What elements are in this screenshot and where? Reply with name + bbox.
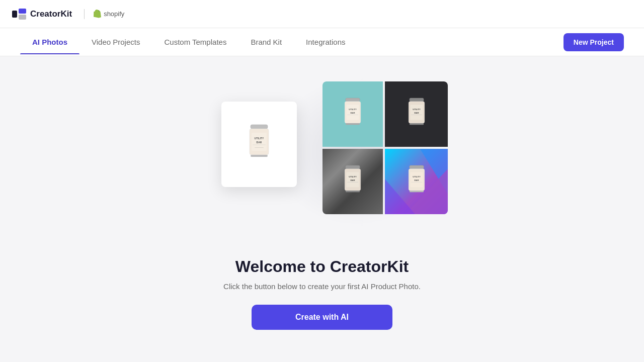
logo-divider	[84, 9, 85, 19]
logo-area: CreatorKit shopify	[12, 9, 124, 20]
svg-text:BAR: BAR	[257, 141, 262, 144]
svg-text:BAR: BAR	[350, 111, 355, 114]
svg-text:UTILITY: UTILITY	[255, 137, 265, 140]
shopify-badge: shopify	[94, 10, 124, 19]
svg-rect-10	[251, 155, 268, 157]
product-candle-svg: UTILITY BAR —————	[242, 122, 277, 167]
shopify-text: shopify	[104, 10, 124, 18]
tab-integrations[interactable]: Integrations	[294, 30, 357, 54]
grid-cell-marble: UTILITY BAR	[323, 149, 383, 214]
grid-cell-teal: UTILITY BAR	[323, 81, 383, 147]
svg-text:UTILITY: UTILITY	[349, 175, 357, 178]
create-with-ai-button[interactable]: Create with AI	[252, 305, 392, 330]
tab-video-projects[interactable]: Video Projects	[79, 30, 152, 54]
svg-rect-35	[409, 165, 423, 169]
svg-rect-1	[19, 9, 26, 14]
svg-rect-18	[409, 98, 423, 102]
svg-text:UTILITY: UTILITY	[413, 175, 421, 178]
original-product-card: UTILITY BAR —————	[221, 102, 297, 187]
svg-text:UTILITY: UTILITY	[349, 108, 357, 111]
grid-cell-purple: UTILITY BAR	[385, 149, 448, 214]
svg-text:BAR: BAR	[414, 178, 419, 181]
svg-text:UTILITY: UTILITY	[413, 108, 421, 111]
svg-rect-17	[346, 123, 360, 125]
welcome-title: Welcome to CreatorKit	[223, 257, 421, 276]
welcome-subtitle: Click the button below to create your fi…	[223, 282, 421, 291]
nav-tabs: AI Photos Video Projects Custom Template…	[20, 30, 564, 54]
main-content: UTILITY BAR ————— UTILITY BAR	[0, 56, 644, 362]
creatorkit-logo-icon	[12, 9, 26, 20]
svg-rect-3	[251, 125, 268, 129]
new-project-button[interactable]: New Project	[564, 33, 624, 51]
svg-rect-31	[346, 191, 360, 192]
svg-text:BAR: BAR	[350, 178, 355, 181]
svg-rect-2	[19, 15, 26, 20]
svg-text:BAR: BAR	[414, 111, 419, 114]
shopify-icon	[94, 10, 102, 19]
logo-text: CreatorKit	[30, 9, 72, 19]
tab-ai-photos[interactable]: AI Photos	[20, 30, 79, 54]
svg-rect-25	[346, 165, 360, 169]
main-nav: AI Photos Video Projects Custom Template…	[0, 28, 644, 56]
svg-rect-0	[12, 11, 17, 18]
ai-photos-grid: UTILITY BAR UTILITY BAR	[323, 81, 448, 214]
tab-custom-templates[interactable]: Custom Templates	[152, 30, 238, 54]
svg-text:—————: —————	[255, 146, 264, 148]
tab-brand-kit[interactable]: Brand Kit	[238, 30, 294, 54]
svg-rect-24	[409, 123, 423, 125]
product-collage: UTILITY BAR ————— UTILITY BAR	[191, 71, 453, 232]
grid-cell-dark: UTILITY BAR	[385, 81, 448, 147]
svg-rect-11	[346, 98, 360, 102]
app-header: CreatorKit shopify	[0, 0, 644, 28]
welcome-section: Welcome to CreatorKit Click the button b…	[223, 257, 421, 330]
svg-rect-41	[409, 191, 423, 192]
